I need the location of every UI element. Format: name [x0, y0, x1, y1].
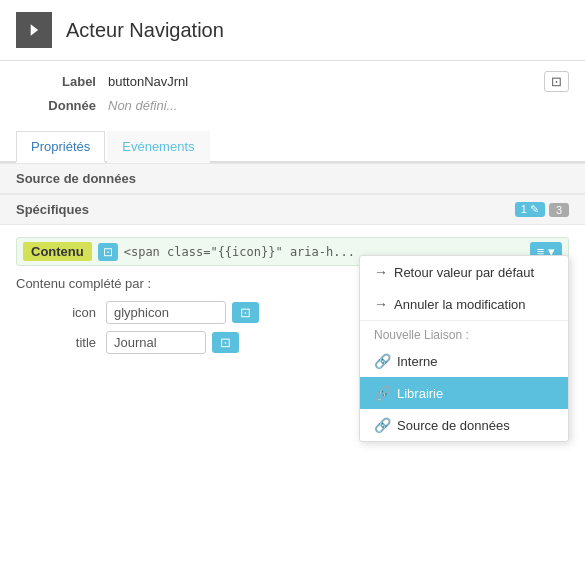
title-input[interactable]	[106, 331, 206, 354]
title-action-button[interactable]: ⊡	[212, 332, 239, 353]
badge-edit: 1 ✎	[515, 202, 545, 217]
dropdown-item-annuler[interactable]: → Annuler la modification	[360, 288, 568, 320]
icon-label: icon	[16, 305, 96, 320]
contenu-edit-button[interactable]: ⊡	[98, 243, 118, 261]
data-value: Non défini...	[108, 98, 177, 113]
label-value: buttonNavJrnl	[108, 74, 188, 89]
tab-evenements[interactable]: Evénements	[107, 131, 209, 163]
properties-section: Label buttonNavJrnl ⊡ Donnée Non défini.…	[0, 61, 585, 129]
dropdown-item-interne[interactable]: 🔗 Interne	[360, 345, 568, 377]
arrow-icon-retour: →	[374, 264, 388, 280]
header: Acteur Navigation	[0, 0, 585, 61]
data-row: Donnée Non défini...	[16, 98, 569, 113]
page-title: Acteur Navigation	[66, 19, 224, 42]
icon-action-button[interactable]: ⊡	[232, 302, 259, 323]
link-icon-source: 🔗	[374, 417, 391, 433]
dropdown-item-source[interactable]: 🔗 Source de données	[360, 409, 568, 441]
tabs-bar: Propriétés Evénements	[0, 129, 585, 163]
data-key: Donnée	[16, 98, 96, 113]
content-area: Contenu ⊡ <span class="{{icon}}" aria-h.…	[0, 225, 585, 373]
label-row: Label buttonNavJrnl ⊡	[16, 71, 569, 92]
section-source-donnees: Source de données	[0, 163, 585, 194]
header-icon	[16, 12, 52, 48]
icon-input[interactable]	[106, 301, 226, 324]
badge-count: 3	[549, 203, 569, 217]
title-label: title	[16, 335, 96, 350]
contenu-label: Contenu	[23, 242, 92, 261]
dropdown-item-retour[interactable]: → Retour valeur par défaut	[360, 256, 568, 288]
link-icon-librairie: 🔗	[374, 385, 391, 401]
link-icon-interne: 🔗	[374, 353, 391, 369]
arrow-right-icon	[24, 20, 44, 40]
edit-button[interactable]: ⊡	[544, 71, 569, 92]
dropdown-section-label: Nouvelle Liaison :	[360, 320, 568, 345]
dropdown-menu: → Retour valeur par défaut → Annuler la …	[359, 255, 569, 442]
label-key: Label	[16, 74, 96, 89]
tab-proprietes[interactable]: Propriétés	[16, 131, 105, 163]
arrow-icon-annuler: →	[374, 296, 388, 312]
section-specifiques: Spécifiques 1 ✎ 3	[0, 194, 585, 225]
dropdown-item-librairie[interactable]: 🔗 Librairie	[360, 377, 568, 409]
